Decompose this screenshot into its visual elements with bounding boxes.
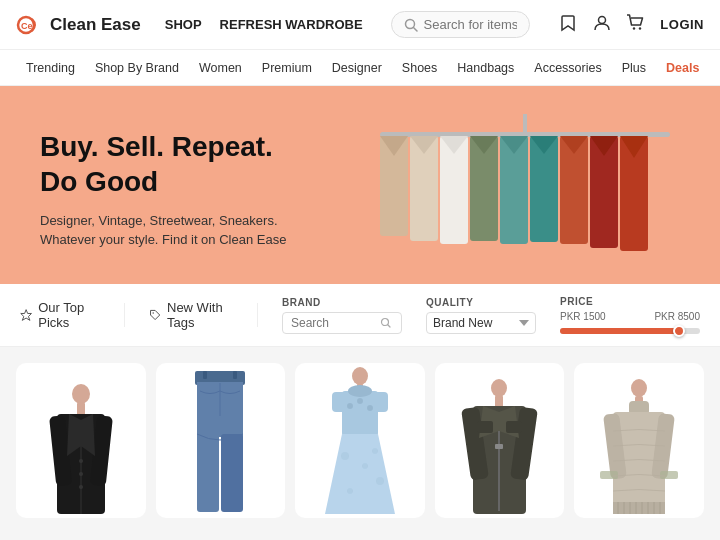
account-button[interactable]	[592, 13, 612, 36]
bookmark-button[interactable]	[558, 13, 578, 36]
cat-handbags[interactable]: Handbags	[447, 50, 524, 85]
product-card-1[interactable]	[16, 363, 146, 518]
product-card-4[interactable]	[435, 363, 565, 518]
nav-refresh[interactable]: REFRESH WARDROBE	[220, 17, 363, 32]
svg-point-37	[79, 459, 83, 463]
price-range-labels: PKR 1500 PKR 8500	[560, 311, 700, 322]
price-slider-thumb[interactable]	[673, 325, 685, 337]
product-card-2[interactable]	[156, 363, 286, 518]
quality-filter-label: QUALITY	[426, 297, 536, 308]
cat-women[interactable]: Women	[189, 50, 252, 85]
svg-point-47	[352, 367, 368, 385]
cat-deals[interactable]: Deals	[656, 50, 709, 85]
products-section	[0, 347, 720, 534]
product-image-jacket	[435, 363, 565, 518]
new-tags-label: New With Tags	[167, 300, 233, 330]
svg-point-72	[631, 379, 647, 397]
logo[interactable]: Ce Clean Ease	[16, 11, 141, 39]
svg-point-4	[599, 17, 606, 24]
svg-marker-25	[21, 310, 32, 321]
products-grid	[16, 363, 704, 518]
bookmark-icon	[558, 13, 578, 33]
cat-trending[interactable]: Trending	[16, 50, 85, 85]
svg-rect-42	[197, 434, 219, 512]
cat-premium[interactable]: Premium	[252, 50, 322, 85]
svg-rect-86	[600, 471, 618, 479]
svg-rect-45	[233, 371, 237, 379]
price-min-label: PKR 1500	[560, 311, 606, 322]
svg-point-60	[372, 448, 378, 454]
cat-shoes[interactable]: Shoes	[392, 50, 447, 85]
brand-search-input[interactable]	[291, 316, 376, 330]
search-input[interactable]	[424, 17, 518, 32]
svg-point-6	[639, 27, 641, 29]
dress-svg	[320, 366, 400, 516]
svg-point-59	[347, 488, 353, 494]
cart-button[interactable]	[626, 13, 646, 36]
nav-icons: LOGIN	[558, 13, 704, 36]
sweater-svg	[599, 366, 679, 516]
price-slider-track	[560, 328, 700, 334]
account-icon	[592, 13, 612, 33]
hero-text: Buy. Sell. Repeat. Do Good Designer, Vin…	[40, 129, 360, 250]
svg-point-55	[367, 405, 373, 411]
svg-text:Ce: Ce	[21, 21, 33, 31]
top-nav: Ce Clean Ease SHOP REFRESH WARDROBE	[0, 0, 720, 50]
brand-filter-label: BRAND	[282, 297, 402, 308]
blazer-svg	[41, 366, 121, 516]
top-picks-label: Our Top Picks	[38, 300, 100, 330]
tag-icon	[149, 307, 161, 323]
search-bar	[391, 11, 531, 38]
hero-banner: Buy. Sell. Repeat. Do Good Designer, Vin…	[0, 86, 720, 284]
svg-rect-43	[221, 434, 243, 512]
cat-accessories[interactable]: Accessories	[524, 50, 611, 85]
svg-point-56	[341, 452, 349, 460]
jeans-svg	[185, 366, 255, 516]
filter-divider-2	[257, 303, 258, 327]
svg-rect-52	[374, 392, 388, 412]
price-slider-fill	[560, 328, 679, 334]
cat-plus[interactable]: Plus	[612, 50, 656, 85]
product-image-blazer	[16, 363, 146, 518]
nav-shop[interactable]: SHOP	[165, 17, 202, 32]
product-card-5[interactable]	[574, 363, 704, 518]
svg-rect-76	[613, 502, 665, 514]
product-image-dress	[295, 363, 425, 518]
cart-icon	[626, 13, 646, 33]
svg-rect-71	[506, 421, 522, 433]
login-button[interactable]: LOGIN	[660, 17, 704, 32]
star-icon	[20, 307, 32, 323]
clothes-row	[370, 136, 680, 266]
svg-point-50	[348, 385, 372, 397]
logo-icon: Ce	[16, 11, 44, 39]
brand-search-box	[282, 312, 402, 334]
product-image-sweater	[574, 363, 704, 518]
svg-rect-44	[203, 371, 207, 379]
hero-subtitle: Designer, Vintage, Streetwear, Sneakers.…	[40, 211, 360, 250]
price-filter-group: PRICE PKR 1500 PKR 8500	[560, 296, 700, 334]
hero-image	[360, 114, 680, 264]
brand-search-icon	[380, 317, 391, 328]
search-icon	[404, 18, 418, 32]
svg-point-61	[491, 379, 507, 397]
new-tags-filter[interactable]: New With Tags	[149, 300, 233, 330]
svg-rect-70	[477, 421, 493, 433]
svg-rect-88	[660, 471, 678, 479]
clothes-rack	[370, 114, 680, 269]
brand-filter-group: BRAND	[282, 297, 402, 334]
product-card-3[interactable]	[295, 363, 425, 518]
svg-point-58	[376, 477, 384, 485]
brand-name: Clean Ease	[50, 15, 141, 35]
cat-shop-by-brand[interactable]: Shop By Brand	[85, 50, 189, 85]
price-filter-label: PRICE	[560, 296, 700, 307]
svg-rect-49	[342, 391, 378, 436]
svg-line-3	[413, 27, 417, 31]
svg-point-29	[72, 384, 90, 404]
svg-point-54	[357, 398, 363, 404]
svg-line-28	[388, 325, 391, 328]
cat-designer[interactable]: Designer	[322, 50, 392, 85]
top-picks-filter[interactable]: Our Top Picks	[20, 300, 100, 330]
quality-select[interactable]: Brand New Excellent Good Fair	[426, 312, 536, 334]
svg-point-5	[633, 27, 635, 29]
clothes-on-rack	[375, 136, 675, 266]
